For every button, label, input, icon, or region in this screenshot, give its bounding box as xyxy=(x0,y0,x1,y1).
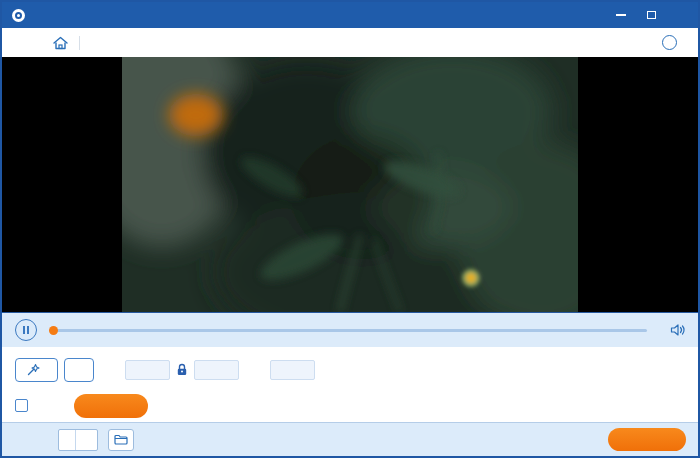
title-bar xyxy=(2,2,698,28)
slider-thumb[interactable] xyxy=(49,326,58,335)
volume-icon[interactable] xyxy=(670,323,686,337)
lock-icon xyxy=(176,363,188,376)
small-bud xyxy=(462,269,480,287)
magic-wand-icon xyxy=(27,363,40,376)
video-preview-frame xyxy=(122,57,578,312)
open-folder-button[interactable] xyxy=(108,429,134,451)
minimize-button[interactable] xyxy=(614,8,628,22)
app-logo-icon xyxy=(12,9,25,22)
dropdown-arrow-icon[interactable] xyxy=(75,430,97,450)
close-button[interactable] xyxy=(674,8,688,22)
cut-button[interactable] xyxy=(64,358,94,382)
change-source-file-button[interactable] xyxy=(662,35,684,50)
maximize-button[interactable] xyxy=(644,8,658,22)
gif-maker-window xyxy=(0,0,700,458)
loop-animation-checkbox[interactable] xyxy=(15,399,28,412)
footer-bar xyxy=(2,422,698,456)
blurred-orange-flower xyxy=(169,94,223,136)
breadcrumb-bar xyxy=(2,28,698,57)
edit-button[interactable] xyxy=(15,358,58,382)
save-path-dropdown[interactable] xyxy=(58,429,98,451)
breadcrumb-divider xyxy=(79,36,80,50)
progress-slider[interactable] xyxy=(53,323,647,337)
output-height-input[interactable] xyxy=(194,360,239,380)
slider-track[interactable] xyxy=(53,329,647,332)
pause-icon xyxy=(23,326,25,334)
controls-panel xyxy=(2,347,698,422)
minimize-icon xyxy=(616,14,626,16)
frame-rate-input[interactable] xyxy=(270,360,315,380)
preview-button[interactable] xyxy=(74,394,148,418)
folder-icon xyxy=(114,434,128,445)
pause-icon xyxy=(27,326,29,334)
plus-circle-icon xyxy=(662,35,677,50)
player-bar xyxy=(2,312,698,347)
video-letterbox xyxy=(2,57,698,312)
generate-gif-button[interactable] xyxy=(608,428,686,451)
pause-button[interactable] xyxy=(15,319,37,341)
maximize-icon xyxy=(647,11,656,19)
output-width-input[interactable] xyxy=(125,360,170,380)
home-icon[interactable] xyxy=(52,35,69,51)
